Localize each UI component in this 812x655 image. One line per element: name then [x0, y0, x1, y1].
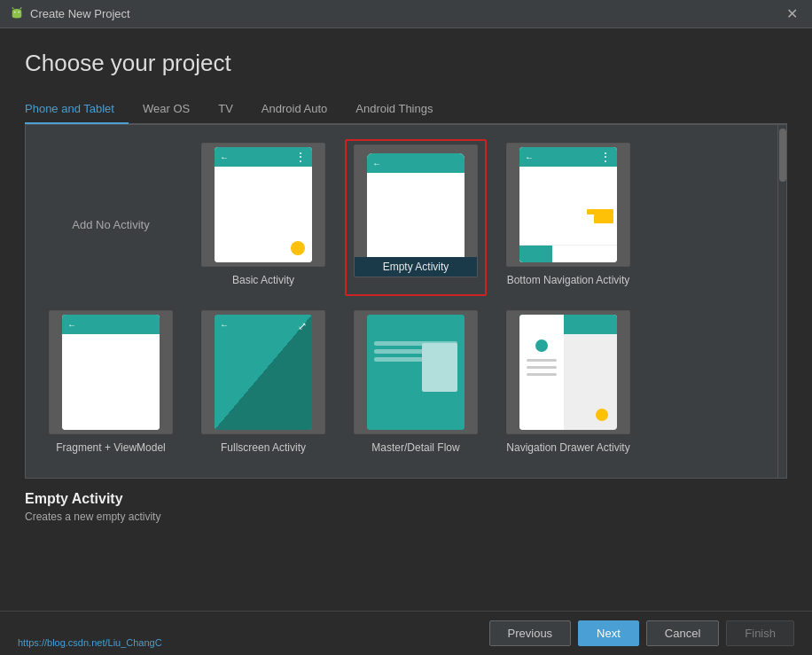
title-bar: Create New Project ✕ — [0, 0, 812, 28]
tab-android-auto[interactable]: Android Auto — [247, 95, 341, 124]
fragment-viewmodel-mockup: ← — [62, 315, 160, 430]
scrollbar-thumb — [779, 129, 786, 182]
svg-point-3 — [19, 12, 20, 13]
template-no-activity[interactable]: Add No Activity — [40, 139, 182, 296]
basic-activity-mockup: ← ⋮ — [215, 147, 312, 262]
nav-drawer-label: Navigation Drawer Activity — [506, 441, 629, 454]
template-grid: Add No Activity ← ⋮ Basic Activity — [25, 124, 787, 479]
fullscreen-label: Fullscreen Activity — [221, 441, 306, 454]
tab-phone-tablet[interactable]: Phone and Tablet — [25, 95, 129, 124]
finish-button[interactable]: Finish — [726, 620, 794, 646]
footer-link[interactable]: https://blog.csdn.net/Liu_ChangC — [18, 637, 162, 648]
svg-point-2 — [14, 12, 16, 13]
fullscreen-preview: ← ⤢ — [201, 310, 325, 434]
nav-drawer-mockup: ⋮ — [519, 315, 617, 430]
template-empty-activity[interactable]: ← Empty Activity — [345, 139, 487, 296]
bottom-nav-section-2 — [552, 246, 585, 262]
basic-activity-preview: ← ⋮ — [201, 143, 325, 267]
master-detail-preview — [354, 310, 478, 434]
empty-activity-preview: ← Empty Activity — [354, 144, 478, 277]
selected-info: Empty Activity Creates a new empty activ… — [0, 479, 812, 530]
fullscreen-mockup: ← ⤢ — [215, 315, 312, 430]
page-title: Choose your project — [25, 50, 787, 77]
tab-android-things[interactable]: Android Things — [341, 95, 447, 124]
bottom-nav-preview: ← ⋮ — [506, 143, 630, 267]
fragment-viewmodel-preview: ← — [49, 310, 173, 434]
close-button[interactable]: ✕ — [781, 4, 803, 24]
no-activity-preview: Add No Activity — [49, 163, 173, 287]
svg-line-5 — [20, 7, 22, 9]
title-bar-title: Create New Project — [30, 7, 130, 20]
template-nav-drawer[interactable]: ⋮ Navigation Drawer Activity — [497, 307, 639, 464]
previous-button[interactable]: Previous — [489, 620, 572, 646]
footer: https://blog.csdn.net/Liu_ChangC Previou… — [0, 611, 812, 655]
svg-line-4 — [12, 7, 14, 9]
selected-activity-desc: Creates a new empty activity — [25, 511, 787, 523]
tab-tv[interactable]: TV — [204, 95, 247, 124]
bottom-nav-mockup: ← ⋮ — [519, 147, 617, 262]
nav-drawer-preview: ⋮ — [506, 310, 630, 434]
selected-activity-name: Empty Activity — [25, 491, 787, 507]
no-activity-label: Add No Activity — [72, 218, 149, 231]
cancel-button[interactable]: Cancel — [646, 620, 719, 646]
scrollbar[interactable] — [777, 125, 786, 478]
empty-activity-mockup: ← — [367, 153, 465, 269]
template-fragment-viewmodel[interactable]: ← Fragment + ViewModel — [40, 307, 182, 464]
tab-wear-os[interactable]: Wear OS — [129, 95, 204, 124]
tab-bar: Phone and Tablet Wear OS TV Android Auto… — [25, 95, 787, 124]
fragment-viewmodel-label: Fragment + ViewModel — [56, 441, 166, 454]
master-detail-mockup — [367, 315, 465, 430]
bottom-nav-section-3 — [584, 246, 617, 262]
android-icon — [9, 6, 25, 22]
empty-activity-selected-label: Empty Activity — [355, 257, 477, 277]
basic-activity-label: Basic Activity — [232, 274, 294, 286]
template-basic-activity[interactable]: ← ⋮ Basic Activity — [192, 139, 334, 296]
template-fullscreen[interactable]: ← ⤢ Fullscreen Activity — [192, 307, 334, 464]
title-bar-left: Create New Project — [9, 6, 130, 22]
bottom-nav-label: Bottom Navigation Activity — [507, 274, 630, 286]
next-button[interactable]: Next — [578, 620, 639, 646]
bottom-nav-active-section — [519, 246, 552, 262]
template-bottom-nav[interactable]: ← ⋮ Bottom Navigation Activity — [497, 139, 639, 296]
main-content: Choose your project Phone and Tablet Wea… — [0, 28, 812, 479]
master-detail-label: Master/Detail Flow — [371, 441, 459, 454]
template-master-detail[interactable]: Master/Detail Flow — [345, 307, 487, 464]
